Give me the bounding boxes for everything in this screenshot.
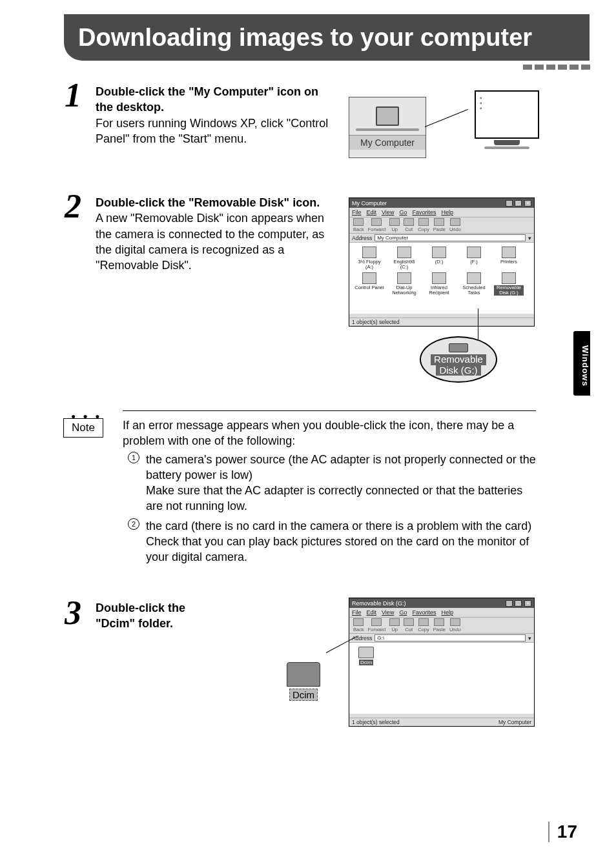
maximize-icon: □: [515, 600, 522, 607]
tb-undo: Undo: [449, 218, 461, 232]
step-2-text: A new "Removable Disk" icon appears when…: [96, 212, 324, 272]
removable-disk-callout: Removable Disk (G:): [420, 336, 497, 383]
tb-copy: Copy: [418, 218, 429, 232]
step-1-bold: Double-click the "My Computer" icon on t…: [96, 85, 318, 114]
status-bar: 1 object(s) selected My Computer: [349, 718, 534, 726]
content-area: 3½ Floppy (A:) English98 (C:) (D:) (F:) …: [349, 243, 534, 314]
step-2-bold: Double-click the "Removable Disk" icon.: [96, 196, 320, 209]
window-buttons: _ □ ×: [505, 600, 531, 607]
menubar: File Edit View Go Favorites Help: [349, 208, 534, 217]
address-label: Address: [352, 635, 372, 641]
toolbar: Back Forward Up Cut Copy Paste Undo: [349, 217, 534, 234]
illustration-step-1: My Computer ▪▪▪: [349, 90, 542, 165]
titlebar: My Computer _ □ ×: [349, 198, 534, 208]
status-left: 1 object(s) selected: [352, 719, 400, 725]
decor-shadow: [356, 128, 419, 131]
step-1-text: For users running Windows XP, click "Con…: [96, 117, 328, 145]
tb-paste: Paste: [433, 618, 446, 632]
infrared-recipient: Infrared Recipient: [424, 272, 454, 296]
step-1-body: Double-click the "My Computer" icon on t…: [96, 84, 334, 146]
scheduled-tasks: Scheduled Tasks: [459, 272, 489, 296]
step-2-number: 2: [65, 187, 81, 225]
menu-favorites: Favorites: [412, 209, 436, 216]
step-2-body: Double-click the "Removable Disk" icon. …: [96, 195, 340, 273]
menu-file: File: [352, 209, 362, 216]
window-title: Removable Disk (G:): [352, 600, 406, 607]
menu-favorites: Favorites: [412, 609, 436, 616]
leader-line: [425, 109, 468, 127]
my-computer-window: My Computer _ □ × File Edit View Go Favo…: [349, 197, 535, 327]
tb-forward: Forward: [368, 218, 386, 232]
titlebar: Removable Disk (G:) _ □ ×: [349, 598, 534, 608]
minimize-icon: _: [506, 600, 513, 607]
callout-l1: Removable: [431, 354, 486, 365]
monitor-icon: ▪▪▪: [471, 90, 542, 152]
step-3-bold-l2: "Dcim" folder.: [96, 617, 173, 630]
note-item-1a: the camera's power source (the AC adapte…: [146, 453, 536, 481]
tb-back: Back: [353, 618, 364, 632]
illustration-step-3: Removable Disk (G:) _ □ × File Edit View…: [349, 598, 536, 733]
step-3-number: 3: [65, 594, 81, 632]
step-3-bold-l1: Double-click the: [96, 601, 185, 614]
menu-view: View: [382, 209, 394, 216]
drive-d: (D:): [424, 247, 454, 270]
menubar: File Edit View Go Favorites Help: [349, 608, 534, 617]
side-tab-windows: Windows: [573, 331, 590, 396]
minimize-icon: _: [506, 200, 513, 207]
step-3-body: Double-click the "Dcim" folder.: [96, 600, 263, 632]
step-1-number: 1: [65, 76, 81, 114]
circled-1-icon: 1: [128, 452, 139, 463]
dcim-label: Dcim: [359, 660, 373, 665]
dial-up-networking: Dial-Up Networking: [389, 272, 419, 296]
window-buttons: _ □ ×: [505, 199, 531, 207]
status-bar: 1 object(s) selected: [349, 318, 534, 326]
note-item-1: 1 the camera's power source (the AC adap…: [128, 452, 536, 514]
tb-cut: Cut: [404, 218, 414, 232]
address-bar: Address G:\ ▾: [349, 634, 534, 643]
note-item-2a: the card (there is no card in the camera…: [146, 520, 531, 532]
drive-f: (F:): [459, 247, 489, 270]
page-number: 17: [548, 822, 577, 842]
illustration-step-2: My Computer _ □ × File Edit View Go Favo…: [349, 197, 536, 391]
chapter-heading: Downloading images to your computer: [64, 14, 590, 61]
drive-floppy: 3½ Floppy (A:): [354, 247, 384, 270]
address-field: My Computer: [375, 234, 526, 241]
address-label: Address: [352, 235, 372, 241]
address-field: G:\: [375, 634, 526, 641]
note-text: If an error message appears when you dou…: [123, 410, 536, 569]
my-computer-desktop-icon: My Computer: [349, 97, 426, 158]
drive-c: English98 (C:): [389, 247, 419, 270]
tb-up: Up: [389, 618, 400, 632]
menu-view: View: [382, 609, 394, 616]
tb-cut: Cut: [404, 618, 414, 632]
folder-icon: [287, 662, 320, 687]
dropdown-icon: ▾: [528, 235, 531, 241]
toolbar: Back Forward Up Cut Copy Paste Undo: [349, 617, 534, 634]
tb-up: Up: [389, 218, 400, 232]
drive-icon: [449, 343, 468, 352]
circled-2-icon: 2: [128, 518, 139, 530]
note-label-box: Note: [63, 418, 103, 438]
address-bar: Address My Computer ▾: [349, 234, 534, 243]
close-icon: ×: [524, 600, 531, 607]
printers-folder: Printers: [494, 247, 524, 270]
callout-l2: Disk (G:): [436, 365, 480, 376]
folder-icon: [358, 647, 374, 658]
my-computer-label: My Computer: [349, 135, 426, 150]
status-right: My Computer: [498, 719, 531, 725]
leader-line: [478, 308, 478, 341]
content-area: Dcim: [349, 643, 534, 714]
window-title: My Computer: [352, 200, 387, 207]
menu-file: File: [352, 609, 362, 616]
removable-disk: Removable Disk (G:): [494, 272, 524, 296]
menu-go: Go: [399, 609, 407, 616]
menu-edit: Edit: [367, 209, 377, 216]
note-item-2: 2 the card (there is no card in the came…: [128, 518, 536, 565]
menu-help: Help: [441, 609, 453, 616]
removable-disk-window: Removable Disk (G:) _ □ × File Edit View…: [349, 598, 535, 727]
decor-squares: [523, 65, 590, 70]
menu-help: Help: [441, 209, 453, 216]
note-item-2b: Check that you can play back pictures st…: [146, 535, 529, 563]
tb-copy: Copy: [418, 618, 429, 632]
dcim-callout-label: Dcim: [289, 689, 318, 701]
